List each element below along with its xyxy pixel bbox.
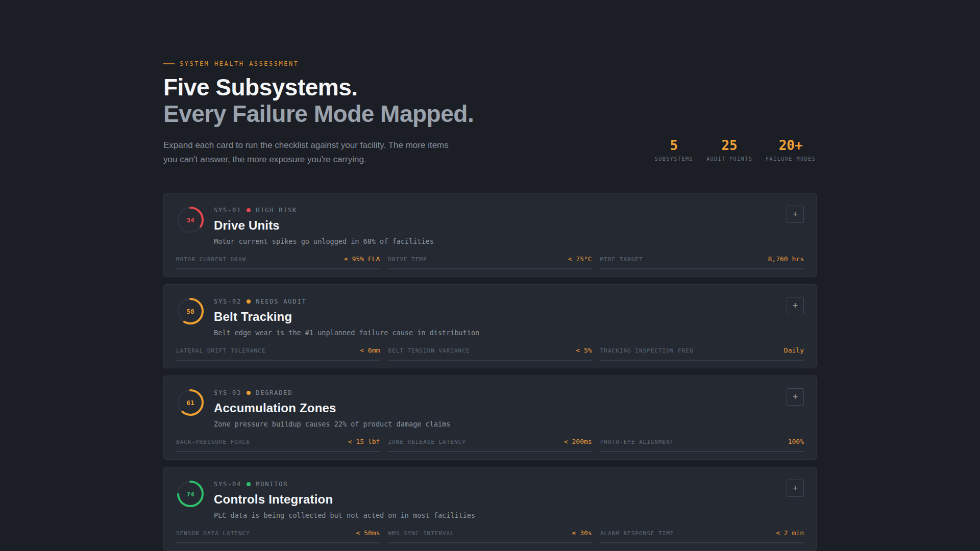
page-title-line2: Every Failure Mode Mapped. [163,101,817,128]
metric-value: 8,760 hrs [768,255,804,263]
card-title: Controls Integration [214,492,475,507]
metric-value: < 15 lbf [348,438,380,445]
card-description: Belt edge wear is the #1 unplanned failu… [214,329,479,337]
subsystem-card[interactable]: 58 SYS-02 NEEDS AUDIT Belt Tracking Belt… [163,284,817,368]
metric-label: SENSOR DATA LATENCY [176,530,250,537]
metric-label: LATERAL DRIFT TOLERANCE [176,347,265,354]
metric-item: MOTOR CURRENT DRAW ≤ 95% FLA [176,255,380,269]
card-description: Motor current spikes go unlogged in 68% … [214,237,434,245]
metric-label: MOTOR CURRENT DRAW [176,256,246,263]
metric-value: < 5% [576,346,592,354]
metrics-row: LATERAL DRIFT TOLERANCE < 6mm BELT TENSI… [176,346,804,361]
metric-item: LATERAL DRIFT TOLERANCE < 6mm [176,346,380,361]
status-badge: DEGRADED [256,389,292,396]
metric-label: TRACKING INSPECTION FREQ [600,347,694,354]
status-dot-icon [247,299,251,304]
metric-value: ≤ 30s [572,529,592,537]
metric-item: SENSOR DATA LATENCY < 50ms [176,529,380,543]
expand-card-button[interactable]: + [787,480,804,497]
metric-label: ALARM RESPONSE TIME [600,530,674,537]
card-text: SYS-01 HIGH RISK Drive Units Motor curre… [214,205,434,245]
card-main: 61 SYS-03 DEGRADED Accumulation Zones Zo… [176,387,804,428]
card-text: SYS-02 NEEDS AUDIT Belt Tracking Belt ed… [214,296,479,337]
card-meta: SYS-01 HIGH RISK [214,207,434,214]
gauge-score: 58 [176,297,205,325]
score-gauge: 61 [176,388,205,417]
metric-item: PHOTO-EYE ALIGNMENT 100% [600,438,804,452]
metric-value: < 50ms [356,529,380,537]
score-gauge: 74 [176,480,205,508]
metric-label: BELT TENSION VARIANCE [388,347,470,354]
metrics-row: MOTOR CURRENT DRAW ≤ 95% FLA DRIVE TEMP … [176,255,804,269]
metrics-row: SENSOR DATA LATENCY < 50ms WMS SYNC INTE… [176,529,804,543]
metric-value: < 75°C [568,255,592,263]
metric-item: BELT TENSION VARIANCE < 5% [388,346,592,361]
metric-item: MTBF TARGET 8,760 hrs [600,255,804,269]
metric-item: TRACKING INSPECTION FREQ Daily [600,346,804,361]
stat-label: FAILURE MODES [766,156,816,162]
status-badge: HIGH RISK [256,207,297,214]
metric-item: WMS SYNC INTERVAL ≤ 30s [388,529,592,543]
metric-label: BACK-PRESSURE FORCE [176,439,250,445]
stat-value: 20+ [766,138,816,153]
hero-description: Expand each card to run the checklist ag… [163,138,457,166]
stat-value: 5 [655,138,693,153]
card-title: Accumulation Zones [214,401,450,415]
card-text: SYS-04 MONITOR Controls Integration PLC … [214,479,475,519]
subsystem-card[interactable]: 34 SYS-01 HIGH RISK Drive Units Motor cu… [163,193,817,277]
stat-item: 5 SUBSYSTEMS [655,138,693,162]
page-title: Five Subsystems. Every Failure Mode Mapp… [163,74,817,127]
card-meta: SYS-03 DEGRADED [214,389,450,396]
expand-card-button[interactable]: + [787,388,804,406]
card-title: Belt Tracking [214,310,479,324]
hero-row: Expand each card to run the checklist ag… [163,138,817,166]
card-description: Zone pressure buildup causes 22% of prod… [214,420,450,428]
subsystem-card[interactable]: 74 SYS-04 MONITOR Controls Integration P… [163,467,817,551]
subsystem-card-list: 34 SYS-01 HIGH RISK Drive Units Motor cu… [163,193,817,551]
stats-row: 5 SUBSYSTEMS 25 AUDIT POINTS 20+ FAILURE… [655,138,816,162]
card-main: 34 SYS-01 HIGH RISK Drive Units Motor cu… [176,205,804,245]
gauge-score: 61 [176,388,205,417]
status-dot-icon [247,208,251,212]
system-id: SYS-01 [214,207,241,214]
stat-value: 25 [706,138,752,153]
metric-item: DRIVE TEMP < 75°C [388,255,592,269]
stat-label: SUBSYSTEMS [655,156,693,162]
system-id: SYS-03 [214,389,241,396]
gauge-score: 74 [176,480,205,508]
metric-value: < 6mm [360,346,380,354]
card-main: 58 SYS-02 NEEDS AUDIT Belt Tracking Belt… [176,296,804,337]
card-meta: SYS-04 MONITOR [214,481,475,488]
metric-label: MTBF TARGET [600,256,643,263]
stat-item: 20+ FAILURE MODES [766,138,816,162]
hero-section: SYSTEM HEALTH ASSESSMENT Five Subsystems… [163,0,817,166]
status-badge: NEEDS AUDIT [256,298,306,305]
score-gauge: 34 [176,206,205,234]
metric-label: ZONE RELEASE LATENCY [388,439,465,445]
system-id: SYS-04 [214,481,241,488]
status-dot-icon [247,482,251,486]
card-text: SYS-03 DEGRADED Accumulation Zones Zone … [214,387,450,428]
expand-card-button[interactable]: + [787,206,804,223]
system-id: SYS-02 [214,298,241,305]
eyebrow-dash [163,63,175,64]
metrics-row: BACK-PRESSURE FORCE < 15 lbf ZONE RELEAS… [176,438,804,452]
expand-card-button[interactable]: + [787,297,804,314]
status-badge: MONITOR [256,481,288,488]
metric-item: ALARM RESPONSE TIME < 2 min [600,529,804,543]
metric-label: DRIVE TEMP [388,256,427,263]
subsystem-card[interactable]: 61 SYS-03 DEGRADED Accumulation Zones Zo… [163,375,817,460]
metric-item: ZONE RELEASE LATENCY < 200ms [388,438,592,452]
stat-label: AUDIT POINTS [706,156,752,162]
metric-label: PHOTO-EYE ALIGNMENT [600,439,674,445]
eyebrow: SYSTEM HEALTH ASSESSMENT [163,60,817,67]
metric-value: < 200ms [564,438,592,445]
page-container: SYSTEM HEALTH ASSESSMENT Five Subsystems… [163,0,817,551]
card-title: Drive Units [214,218,434,233]
card-main: 74 SYS-04 MONITOR Controls Integration P… [176,479,804,519]
page-title-line1: Five Subsystems. [163,74,817,101]
stat-item: 25 AUDIT POINTS [706,138,752,162]
eyebrow-label: SYSTEM HEALTH ASSESSMENT [180,60,299,67]
card-meta: SYS-02 NEEDS AUDIT [214,298,479,305]
card-description: PLC data is being collected but not acte… [214,511,475,519]
